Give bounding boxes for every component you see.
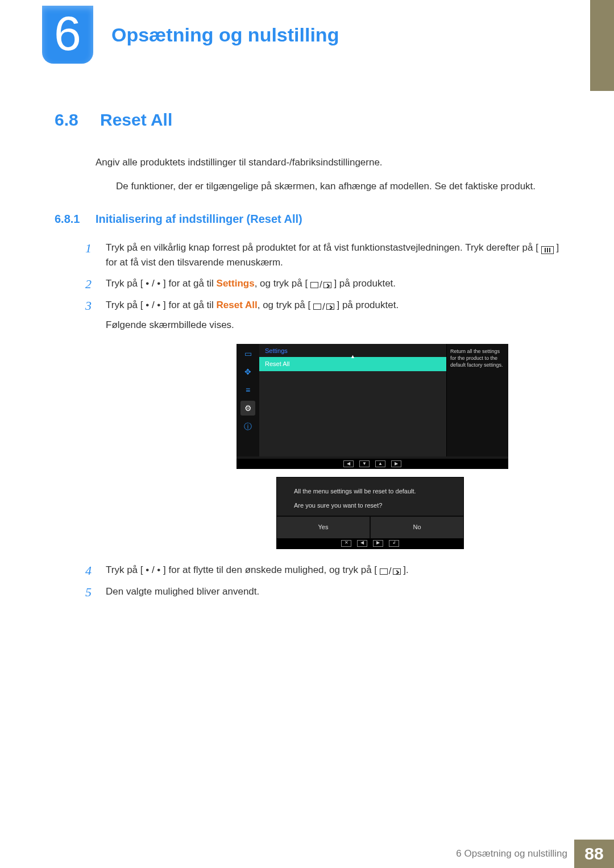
step-number: 3 <box>85 296 92 315</box>
osd-reset-dialog: All the menu settings will be reset to d… <box>276 477 464 549</box>
osd-nav-bar: ◀ ▼ ▲ ▶ <box>237 459 508 469</box>
footer-chapter-number: 6 <box>456 848 464 859</box>
subsection-heading: 6.8.1Initialisering af indstillinger (Re… <box>55 213 566 226</box>
step-text: Tryk på [ • / • ] for at gå til <box>106 300 217 310</box>
chapter-title: Opsætning og nulstilling <box>111 24 339 46</box>
nav-enter-icon: ↲ <box>389 540 399 547</box>
step-text: , og tryk på [ <box>255 278 308 289</box>
dialog-line-1: All the menu settings will be reset to d… <box>294 487 446 496</box>
osd-settings-menu: ▭ ✥ ≡ ⚙ ⓘ Settings ▲ Reset All <box>237 344 508 469</box>
step-text: Tryk på [ • / • ] for at gå til <box>106 278 217 289</box>
section-heading: 6.8Reset All <box>55 110 566 130</box>
subsection-number: 6.8.1 <box>55 213 96 226</box>
step-text: ] på produktet. <box>337 300 399 310</box>
step-text: ]. <box>403 564 408 575</box>
nav-right-icon: ▶ <box>373 540 383 547</box>
enter-source-icon: / <box>313 300 334 314</box>
osd-sidebar: ▭ ✥ ≡ ⚙ ⓘ <box>237 344 259 456</box>
step-number: 1 <box>85 239 92 258</box>
nav-right-icon: ▶ <box>391 460 401 467</box>
section-note: De funktioner, der er tilgængelige på sk… <box>116 181 566 192</box>
dialog-yes-button: Yes <box>277 517 371 538</box>
menu-icon <box>541 246 554 254</box>
chapter-number-tab: 6 <box>42 6 93 64</box>
step-2: 2 Tryk på [ • / • ] for at gå til Settin… <box>85 276 566 293</box>
step-number: 2 <box>85 275 92 294</box>
section-title: Reset All <box>100 110 172 129</box>
top-right-accent <box>590 0 614 91</box>
step-4: 4 Tryk på [ • / • ] for at flytte til de… <box>85 563 566 579</box>
step-text: Den valgte mulighed bliver anvendt. <box>106 586 259 597</box>
step-number: 4 <box>85 561 92 580</box>
highlight-reset-all: Reset All <box>217 300 258 310</box>
osd-dialog-nav: ✕ ◀ ▶ ↲ <box>277 538 463 549</box>
enter-source-icon: / <box>380 564 401 579</box>
nav-down-icon: ▼ <box>359 460 370 467</box>
dialog-line-2: Are you sure you want to reset? <box>294 501 446 510</box>
section-number: 6.8 <box>55 110 100 130</box>
highlight-settings: Settings <box>217 278 255 289</box>
nav-up-icon: ▲ <box>375 460 385 467</box>
osd-menu-item-reset-all: ▲ Reset All <box>259 357 446 371</box>
step-number: 5 <box>85 583 92 602</box>
enter-source-icon: / <box>310 277 331 292</box>
gear-icon: ⚙ <box>240 401 255 416</box>
monitor-icon: ▭ <box>240 346 255 361</box>
up-arrow-icon: ▲ <box>350 353 355 361</box>
step-text: ] på produktet. <box>334 278 396 289</box>
move-icon: ✥ <box>240 364 255 379</box>
info-icon: ⓘ <box>240 419 255 434</box>
step-5: 5 Den valgte mulighed bliver anvendt. <box>85 584 566 599</box>
nav-close-icon: ✕ <box>341 540 351 547</box>
list-icon: ≡ <box>240 383 255 397</box>
section-intro: Angiv alle produktets indstillinger til … <box>96 157 566 168</box>
step-text: Tryk på [ • / • ] for at flytte til den … <box>106 564 377 575</box>
footer-text: 6 Opsætning og nulstilling <box>456 848 567 859</box>
step-3: 3 Tryk på [ • / • ] for at gå til Reset … <box>85 298 566 549</box>
page-footer: 6 Opsætning og nulstilling 88 <box>456 840 614 868</box>
footer-page-number: 88 <box>574 840 614 868</box>
subsection-title: Initialisering af indstillinger (Reset A… <box>96 213 302 225</box>
nav-left-icon: ◀ <box>357 540 367 547</box>
step-text: Tryk på en vilkårlig knap forrest på pro… <box>106 242 538 253</box>
step-text: Følgende skærmbillede vises. <box>106 318 566 333</box>
nav-left-icon: ◀ <box>343 460 354 467</box>
footer-chapter-title: Opsætning og nulstilling <box>464 848 567 859</box>
step-1: 1 Tryk på en vilkårlig knap forrest på p… <box>85 240 566 271</box>
osd-menu-item-label: Reset All <box>265 360 289 367</box>
osd-description: Return all the settings for the product … <box>447 344 508 456</box>
step-text: , og tryk på [ <box>258 300 311 310</box>
dialog-no-button: No <box>371 517 463 538</box>
